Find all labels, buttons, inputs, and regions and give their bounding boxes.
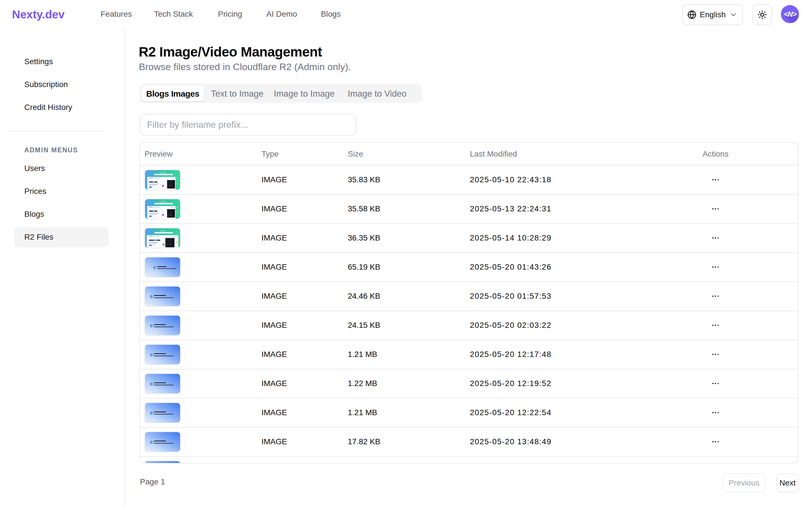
svg-text:<N>: <N> (784, 10, 797, 18)
